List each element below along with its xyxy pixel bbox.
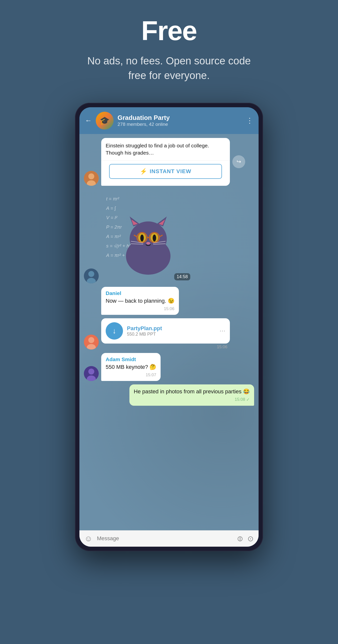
file-name: PartyPlan.ppt — [127, 325, 216, 332]
back-button[interactable]: ← — [85, 117, 92, 124]
instant-view-card: Einstein struggled to find a job out of … — [101, 138, 230, 186]
read-check-icon: ✓ — [246, 397, 250, 402]
download-icon: ↓ — [113, 327, 116, 335]
message-input[interactable] — [97, 535, 232, 542]
message-time: 15:08 ✓ — [134, 397, 250, 402]
own-message-row: He pasted in photos from all previous pa… — [84, 384, 254, 406]
cat-sticker — [116, 209, 180, 276]
file-bubble: ↓ PartyPlan.ppt 550.2 MB PPT ⋯ — [101, 318, 230, 344]
phone-mockup: ← 🎓 Graduation Party 278 members, 42 onl… — [75, 103, 263, 551]
bubble-text: Now — back to planning. 😉 — [106, 297, 174, 305]
instant-view-button[interactable]: ⚡ INSTANT VIEW — [109, 164, 222, 179]
article-text: Einstein struggled to find a job out of … — [106, 142, 225, 156]
sticker-container: t = πr² A = ∫ V = l² P = 2πr A = πr² s =… — [101, 189, 195, 283]
file-size: 550.2 MB PPT — [127, 332, 216, 337]
svg-point-14 — [140, 234, 144, 242]
svg-point-7 — [130, 222, 167, 256]
avatar — [84, 171, 99, 186]
own-message-bubble: He pasted in photos from all previous pa… — [129, 384, 254, 406]
iv-button-label: INSTANT VIEW — [150, 168, 191, 174]
chat-body: Einstein struggled to find a job out of … — [79, 134, 259, 530]
sender-name: Daniel — [106, 290, 174, 296]
camera-button[interactable]: ⊙ — [247, 534, 254, 543]
emoji-button[interactable]: ☺ — [84, 534, 92, 543]
message-row: Einstein struggled to find a job out of … — [84, 138, 254, 186]
avatar — [84, 268, 99, 283]
chat-name: Graduation Party — [117, 114, 242, 122]
svg-point-21 — [146, 242, 150, 244]
hero-title: Free — [141, 15, 197, 46]
file-message-row: ↓ PartyPlan.ppt 550.2 MB PPT ⋯ 15:06 — [84, 318, 254, 350]
file-info: PartyPlan.ppt 550.2 MB PPT — [127, 325, 216, 337]
avatar — [84, 366, 99, 381]
message-bubble: Daniel Now — back to planning. 😉 15:06 — [101, 287, 179, 315]
svg-point-1 — [88, 174, 94, 179]
forward-icon: ↪ — [237, 158, 241, 165]
attach-button[interactable]: ⊘ — [235, 533, 245, 544]
file-more-button[interactable]: ⋯ — [220, 328, 225, 334]
message-time: 15:06 — [106, 306, 174, 311]
sender-name: Adam Smidt — [106, 356, 156, 362]
phone-screen: ← 🎓 Graduation Party 278 members, 42 onl… — [79, 107, 259, 547]
chat-info: Graduation Party 278 members, 42 online — [117, 114, 242, 127]
chat-members: 278 members, 42 online — [117, 122, 242, 127]
svg-point-30 — [88, 368, 94, 374]
download-button[interactable]: ↓ — [106, 322, 123, 340]
bolt-icon: ⚡ — [140, 168, 147, 175]
input-bar: ☺ ⊘ ⊙ — [79, 530, 259, 547]
more-options-button[interactable]: ⋮ — [246, 116, 253, 124]
avatar — [84, 335, 99, 350]
svg-point-15 — [153, 234, 156, 242]
forward-button[interactable]: ↪ — [232, 155, 245, 168]
chat-group-avatar: 🎓 — [96, 112, 114, 130]
article-preview: Einstein struggled to find a job out of … — [101, 138, 230, 161]
svg-point-27 — [88, 337, 94, 343]
bubble-text: 550 MB keynote? 🤔 — [106, 363, 156, 371]
message-row: Adam Smidt 550 MB keynote? 🤔 15:07 — [84, 353, 254, 381]
message-bubble: Adam Smidt 550 MB keynote? 🤔 15:07 — [101, 353, 161, 381]
bubble-text: He pasted in photos from all previous pa… — [134, 388, 250, 396]
svg-point-4 — [88, 271, 94, 277]
message-time: 15:07 — [106, 372, 156, 378]
file-time: 15:06 — [101, 344, 230, 350]
hero-subtitle: No ads, no fees. Open source code free f… — [82, 54, 256, 83]
chat-header: ← 🎓 Graduation Party 278 members, 42 onl… — [79, 107, 259, 134]
sticker-message-row: t = πr² A = ∫ V = l² P = 2πr A = πr² s =… — [84, 189, 254, 283]
message-row: Daniel Now — back to planning. 😉 15:06 — [84, 287, 254, 315]
